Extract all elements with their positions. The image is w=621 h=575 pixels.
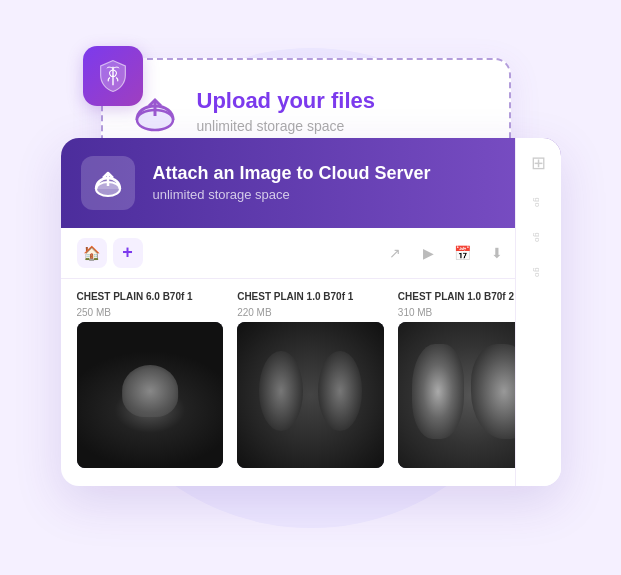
image-size-1: 250 MB (77, 307, 224, 318)
sidebar-item-2[interactable]: go (534, 232, 543, 242)
sidebar-item-1[interactable]: go (534, 197, 543, 207)
image-size-2: 220 MB (237, 307, 384, 318)
image-grid: CHEST PLAIN 6.0 B70f 1 250 MB CHEST PLAI… (61, 279, 561, 487)
scene-container: Upload your files unlimited storage spac… (41, 28, 581, 548)
upload-cloud-icon (92, 167, 124, 199)
header-banner: Attach an Image to Cloud Server unlimite… (61, 138, 561, 228)
shield-icon (96, 59, 130, 93)
header-subtitle: unlimited storage space (153, 187, 431, 202)
image-thumb-1[interactable] (77, 322, 224, 469)
sidebar-strip: ⊞ go go go (515, 138, 561, 487)
shield-badge (83, 46, 143, 106)
list-item: CHEST PLAIN 1.0 B70f 1 220 MB (237, 291, 384, 469)
image-thumb-2[interactable] (237, 322, 384, 469)
image-label-1: CHEST PLAIN 6.0 B70f 1 (77, 291, 224, 303)
sidebar-item-3[interactable]: go (534, 267, 543, 277)
share-button[interactable]: ↗ (381, 239, 409, 267)
ct-image-1 (77, 322, 224, 469)
add-button[interactable]: + (113, 238, 143, 268)
upload-icon-container (81, 156, 135, 210)
list-item: CHEST PLAIN 6.0 B70f 1 250 MB (77, 291, 224, 469)
content-area: CHEST PLAIN 6.0 B70f 1 250 MB CHEST PLAI… (61, 279, 561, 487)
back-card-text: Upload your files unlimited storage spac… (197, 88, 375, 134)
header-title: Attach an Image to Cloud Server (153, 163, 431, 184)
front-card: Attach an Image to Cloud Server unlimite… (61, 138, 561, 487)
download-button[interactable]: ⬇ (483, 239, 511, 267)
back-card-subtitle: unlimited storage space (197, 118, 375, 134)
image-label-2: CHEST PLAIN 1.0 B70f 1 (237, 291, 384, 303)
grid-icon[interactable]: ⊞ (531, 152, 546, 174)
header-text: Attach an Image to Cloud Server unlimite… (153, 163, 431, 202)
play-button[interactable]: ▶ (415, 239, 443, 267)
home-button[interactable]: 🏠 (77, 238, 107, 268)
toolbar: 🏠 + ↗ ▶ 📅 ⬇ ≡ (61, 228, 561, 279)
calendar-button[interactable]: 📅 (449, 239, 477, 267)
back-card-title: Upload your files (197, 88, 375, 114)
ct-image-2 (237, 322, 384, 469)
